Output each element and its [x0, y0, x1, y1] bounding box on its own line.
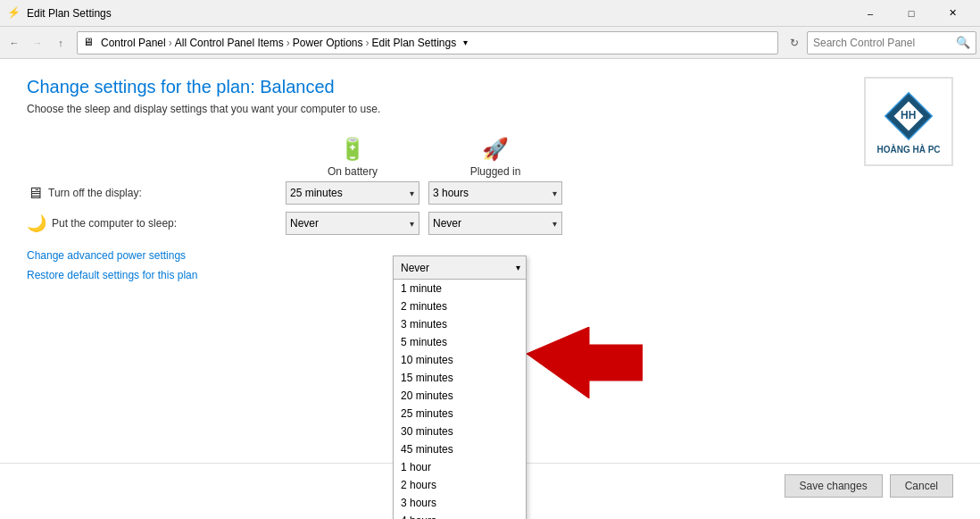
breadcrumb-power-options[interactable]: Power Options — [293, 37, 363, 49]
sleep-battery-wrapper: Never — [286, 212, 419, 235]
display-label: 🖥 Turn off the display: — [27, 184, 277, 203]
refresh-button[interactable]: ↻ — [784, 31, 805, 54]
dropdown-item-30min[interactable]: 30 minutes — [394, 423, 526, 440]
title-bar: ⚡ Edit Plan Settings – □ ✕ — [0, 0, 980, 27]
dropdown-item-45min[interactable]: 45 minutes — [394, 440, 526, 458]
page-subtitle: Choose the sleep and display settings th… — [27, 103, 953, 115]
sleep-setting-row: 🌙 Put the computer to sleep: Never Never — [27, 212, 953, 235]
sleep-icon: 🌙 — [27, 213, 46, 233]
pluggedin-column-header: 🚀 Plugged in — [428, 137, 562, 178]
display-icon: 🖥 — [27, 184, 43, 203]
logo-diamond-svg: HH — [882, 89, 935, 143]
dropdown-item-15min[interactable]: 15 minutes — [394, 369, 526, 387]
sleep-dropdown-overlay: Never 1 minute 2 minutes 3 minutes 5 min… — [393, 255, 527, 519]
dropdown-item-4hr[interactable]: 4 hours — [394, 512, 526, 519]
column-headers: 🔋 On battery 🚀 Plugged in — [286, 137, 953, 178]
display-battery-select[interactable]: 25 minutes — [286, 181, 419, 205]
breadcrumb-edit-plan[interactable]: Edit Plan Settings — [371, 37, 456, 49]
search-box: 🔍 — [807, 31, 976, 54]
dropdown-item-3hr[interactable]: 3 hours — [394, 494, 526, 512]
forward-button[interactable]: → — [27, 32, 48, 54]
address-bar: 🖥 Control Panel › All Control Panel Item… — [77, 31, 778, 54]
logo-text: HOÀNG HÀ PC — [876, 145, 940, 155]
search-icon: 🔍 — [956, 36, 970, 49]
address-dropdown-button[interactable]: ▾ — [458, 36, 472, 50]
arrow-annotation — [527, 327, 643, 401]
back-button[interactable]: ← — [4, 32, 25, 54]
up-button[interactable]: ↑ — [50, 32, 71, 54]
battery-icon: 🔋 — [339, 137, 366, 162]
dropdown-item-2hr[interactable]: 2 hours — [394, 476, 526, 494]
window-title: Edit Plan Settings — [27, 7, 112, 20]
save-changes-button[interactable]: Save changes — [785, 474, 883, 498]
svg-text:HH: HH — [901, 109, 916, 121]
minimize-button[interactable]: – — [850, 0, 891, 27]
logo-box: HH HOÀNG HÀ PC — [864, 77, 953, 166]
svg-marker-3 — [527, 327, 643, 398]
sleep-pluggedin-select[interactable]: Never — [428, 212, 562, 235]
window-controls: – □ ✕ — [850, 0, 973, 27]
pluggedin-label: Plugged in — [470, 165, 521, 178]
cancel-button[interactable]: Cancel — [890, 474, 953, 498]
dropdown-item-3min[interactable]: 3 minutes — [394, 315, 526, 333]
app-icon: ⚡ — [7, 6, 21, 21]
display-pluggedin-wrapper: 3 hours — [428, 181, 562, 205]
sleep-pluggedin-wrapper: Never — [428, 212, 562, 235]
dropdown-item-1min[interactable]: 1 minute — [394, 280, 526, 297]
page-title: Change settings for the plan: Balanced — [27, 77, 953, 97]
sleep-dropdown-header: Never — [394, 256, 526, 280]
battery-label: On battery — [328, 165, 378, 178]
pluggedin-icon: 🚀 — [482, 137, 509, 162]
breadcrumb-all-items[interactable]: All Control Panel Items — [175, 37, 284, 49]
display-battery-wrapper: 25 minutes — [286, 181, 419, 205]
dropdown-item-20min[interactable]: 20 minutes — [394, 387, 526, 405]
nav-bar: ← → ↑ 🖥 Control Panel › All Control Pane… — [0, 27, 980, 59]
sleep-label: 🌙 Put the computer to sleep: — [27, 213, 277, 233]
dropdown-item-5min[interactable]: 5 minutes — [394, 333, 526, 351]
close-button[interactable]: ✕ — [932, 0, 973, 27]
breadcrumb-control-panel[interactable]: Control Panel — [101, 37, 166, 49]
battery-column-header: 🔋 On battery — [286, 137, 419, 178]
display-pluggedin-select[interactable]: 3 hours — [428, 181, 562, 205]
display-setting-row: 🖥 Turn off the display: 25 minutes 3 hou… — [27, 181, 953, 205]
search-input[interactable] — [813, 37, 956, 49]
dropdown-item-2min[interactable]: 2 minutes — [394, 297, 526, 315]
sleep-dropdown-list: 1 minute 2 minutes 3 minutes 5 minutes 1… — [394, 280, 526, 519]
buttons-section: Save changes Cancel — [785, 474, 953, 498]
maximize-button[interactable]: □ — [891, 0, 932, 27]
address-icon: 🖥 — [83, 36, 97, 50]
dropdown-item-25min[interactable]: 25 minutes — [394, 405, 526, 423]
display-label-text: Turn off the display: — [48, 187, 142, 199]
dropdown-item-10min[interactable]: 10 minutes — [394, 351, 526, 369]
main-content: HH HOÀNG HÀ PC Change settings for the p… — [0, 59, 980, 519]
sleep-battery-select[interactable]: Never — [286, 212, 419, 235]
sleep-label-text: Put the computer to sleep: — [52, 217, 177, 230]
dropdown-item-1hr[interactable]: 1 hour — [394, 458, 526, 476]
